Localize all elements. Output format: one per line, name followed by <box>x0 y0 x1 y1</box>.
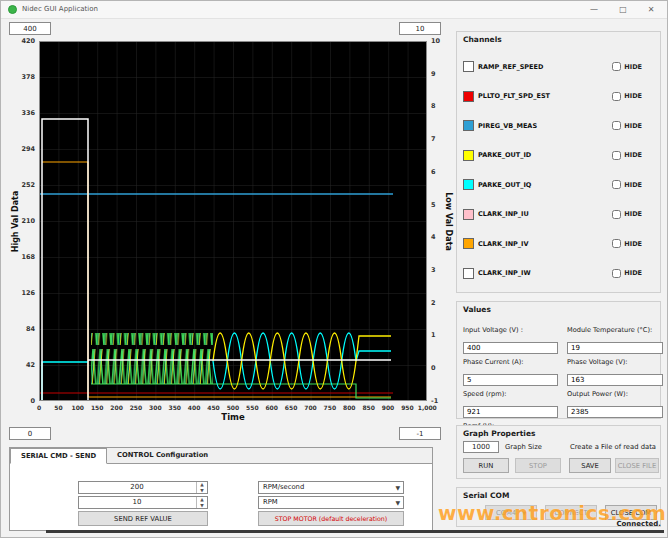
channel-name: CLARK_INP_IV <box>478 240 529 248</box>
com-port-value: COM4 <box>496 509 516 517</box>
stop-button[interactable]: STOP <box>515 458 561 473</box>
high-axis-max-input[interactable] <box>9 22 51 35</box>
send-ref-value-button[interactable]: SEND REF VALUE <box>78 511 208 526</box>
axis-tick-label: 900 <box>379 404 397 411</box>
axis-tick-label: 8 <box>431 102 447 110</box>
value-field-input[interactable] <box>567 406 663 418</box>
tab-serial-cmd-send[interactable]: SERIAL CMD - SEND <box>10 448 107 464</box>
axis-tick-label: 850 <box>360 404 378 411</box>
connection-status: Connected. <box>567 520 661 528</box>
channel-name: CLARK_INP_IW <box>478 269 531 277</box>
accel-unit-dropdown[interactable]: RPM/second ▼ <box>258 481 404 494</box>
axis-tick-label: 450 <box>205 404 223 411</box>
ref-value-spinner[interactable]: 200 ▲▼ <box>78 481 208 494</box>
hide-label: HIDE <box>624 210 642 218</box>
axis-tick-label: 6 <box>431 168 447 176</box>
tab-control-configuration[interactable]: CONTROL Configuration <box>107 448 218 464</box>
channel-list: RAMP_REF_SPEED HIDE PLLTO_FLT_SPD_EST HI… <box>463 52 654 288</box>
chevron-down-icon: ▼ <box>395 482 400 493</box>
hide-channel-checkbox[interactable] <box>612 239 621 248</box>
channel-color-swatch <box>463 61 474 72</box>
spinner-arrows-icon[interactable]: ▲▼ <box>196 497 207 508</box>
channel-row: CLARK_INP_IW HIDE <box>463 268 654 279</box>
graph-size-input[interactable] <box>463 441 499 453</box>
channel-color-swatch <box>463 150 474 161</box>
value-field-input[interactable] <box>463 406 558 418</box>
app-window: Nidec GUI Application — □ ✕ 420378336294… <box>0 0 668 538</box>
run-button[interactable]: RUN <box>463 458 509 473</box>
speed-unit-value: RPM <box>263 498 278 506</box>
axis-tick-label: 3 <box>431 266 447 274</box>
com-port-dropdown[interactable]: COM4 ▼ <box>485 505 537 520</box>
x-axis-title: Time <box>39 412 427 422</box>
minimize-icon[interactable]: — <box>583 3 605 17</box>
axis-tick-label: 50 <box>49 404 67 411</box>
hide-label: HIDE <box>624 151 642 159</box>
serial-com-title: Serial COM <box>457 488 660 500</box>
axis-tick-label: 200 <box>108 404 126 411</box>
axis-tick-label: 378 <box>1 73 35 81</box>
command-tab-panel: SERIAL CMD - SEND CONTROL Configuration … <box>9 447 433 531</box>
hide-channel-checkbox[interactable] <box>612 62 621 71</box>
axis-tick-label: 0 <box>431 364 447 372</box>
close-com-button[interactable]: CLOSE COM <box>605 505 657 520</box>
chart-plot-area[interactable] <box>39 41 427 401</box>
value-field-input[interactable] <box>567 374 663 386</box>
channel-color-swatch <box>463 268 474 279</box>
hide-channel-checkbox[interactable] <box>612 180 621 189</box>
hide-label: HIDE <box>624 240 642 248</box>
connect-button[interactable]: CONNECT <box>545 505 597 520</box>
axis-tick-label: 10 <box>431 37 447 45</box>
ref-value: 200 <box>79 482 195 493</box>
accel-unit-value: RPM/second <box>263 483 304 491</box>
create-file-label: Create a File of read data <box>557 443 656 451</box>
channel-color-swatch <box>463 179 474 190</box>
high-axis-min-input[interactable] <box>9 427 51 440</box>
value-field: Speed (rpm): <box>463 390 558 418</box>
hide-channel-checkbox[interactable] <box>612 121 621 130</box>
chart-canvas <box>39 41 427 401</box>
value-field: Phase Voltage (V): <box>567 358 663 386</box>
axis-tick-label: 336 <box>1 109 35 117</box>
axis-tick-label: 650 <box>282 404 300 411</box>
axis-tick-label: 84 <box>1 325 35 333</box>
window-title: Nidec GUI Application <box>22 5 98 13</box>
low-axis-min-input[interactable] <box>399 427 441 440</box>
speed-unit-dropdown[interactable]: RPM ▼ <box>258 496 404 509</box>
low-axis-max-input[interactable] <box>399 22 441 35</box>
title-bar: Nidec GUI Application — □ ✕ <box>1 1 667 19</box>
axis-tick-label: 500 <box>224 404 242 411</box>
hide-channel-checkbox[interactable] <box>612 210 621 219</box>
close-icon[interactable]: ✕ <box>640 3 662 17</box>
spinner-arrows-icon[interactable]: ▲▼ <box>196 482 207 493</box>
channel-row: CLARK_INP_IU HIDE <box>463 209 654 220</box>
hide-label: HIDE <box>624 63 642 71</box>
channel-row: PLLTO_FLT_SPD_EST HIDE <box>463 91 654 102</box>
axis-tick-label: 550 <box>243 404 261 411</box>
hide-label: HIDE <box>624 181 642 189</box>
value-field-input[interactable] <box>463 374 558 386</box>
maximize-icon[interactable]: □ <box>612 3 634 17</box>
value-field-input[interactable] <box>567 342 663 354</box>
value-field: Output Power (W): <box>567 390 663 418</box>
hide-label: HIDE <box>624 92 642 100</box>
stop-motor-button[interactable]: STOP MOTOR (default deceleration) <box>258 511 404 526</box>
chevron-down-icon: ▼ <box>395 497 400 508</box>
save-button[interactable]: SAVE <box>569 458 611 473</box>
hide-channel-checkbox[interactable] <box>612 151 621 160</box>
hide-channel-checkbox[interactable] <box>612 269 621 278</box>
value-field: Module Temperature (°C): <box>567 326 663 354</box>
status-divider <box>46 530 664 533</box>
value-field-input[interactable] <box>463 342 558 354</box>
ref-value2-spinner[interactable]: 10 ▲▼ <box>78 496 208 509</box>
axis-tick-label: 950 <box>398 404 416 411</box>
value-field-label: Output Power (W): <box>567 390 663 398</box>
axis-tick-label: 350 <box>166 404 184 411</box>
close-file-button[interactable]: CLOSE FILE <box>615 458 659 473</box>
axis-tick-label: 300 <box>146 404 164 411</box>
hide-channel-checkbox[interactable] <box>612 92 621 101</box>
axis-tick-label: 420 <box>1 37 35 45</box>
channel-row: PARKE_OUT_ID HIDE <box>463 150 654 161</box>
axis-tick-label: 800 <box>340 404 358 411</box>
graph-properties-panel: Graph Properties Graph Size Create a Fil… <box>456 425 661 479</box>
